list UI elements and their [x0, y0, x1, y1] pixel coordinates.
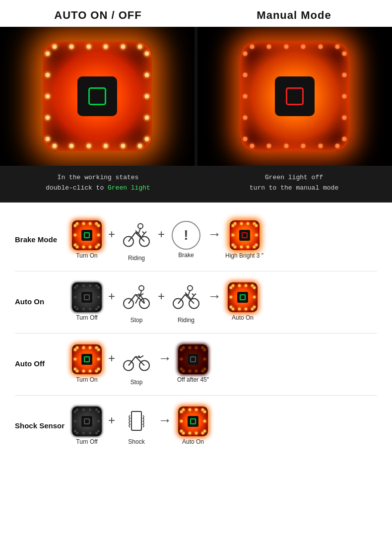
led-dot — [97, 296, 100, 298]
brake-step-result: High Bright 3 ″ — [225, 220, 263, 259]
led-dot — [145, 52, 149, 56]
led-dot — [104, 144, 108, 148]
led-dot — [203, 348, 206, 351]
autoon-turnoff-led — [72, 282, 102, 312]
led-dot — [255, 224, 258, 227]
led-dot — [74, 420, 76, 422]
shock-result-led — [178, 406, 208, 436]
mini-dark-dot — [84, 418, 90, 424]
led-dot — [189, 370, 191, 372]
brake-mode-label: Brake Mode — [15, 235, 69, 244]
svg-line-39 — [192, 294, 194, 296]
led-top-row — [53, 45, 142, 49]
led-dot — [89, 370, 91, 372]
mini-inner-sq — [81, 292, 92, 303]
led-dot — [195, 408, 197, 411]
led-dot — [253, 296, 256, 298]
led-dot — [87, 45, 91, 49]
image-row — [0, 27, 392, 166]
led-right-col — [342, 52, 346, 141]
led-dot — [232, 244, 234, 246]
led-dot — [97, 410, 100, 413]
led-dot — [342, 94, 346, 98]
led-dot — [82, 346, 85, 349]
led-dot — [82, 284, 85, 287]
mini-inner-sq — [81, 416, 92, 427]
led-dot — [232, 224, 234, 227]
plus-icon: + — [108, 227, 115, 241]
svg-line-28 — [188, 291, 190, 296]
led-dot — [138, 45, 142, 49]
divider — [15, 395, 377, 396]
shock-shock-label: Shock — [128, 438, 144, 445]
led-dot — [74, 306, 76, 308]
led-dot — [284, 144, 288, 148]
brake-result-led — [230, 220, 260, 250]
led-dot — [180, 410, 183, 413]
led-top-row — [250, 45, 339, 49]
led-dot — [145, 73, 149, 77]
led-dot — [74, 286, 76, 289]
plus-icon: + — [108, 351, 115, 365]
mini-inner-sq — [81, 230, 92, 241]
led-dot — [74, 244, 76, 246]
mini-green-dot — [84, 356, 90, 362]
mini-inner-sq — [237, 292, 248, 303]
auto-caption-line1: In the working states — [58, 174, 139, 181]
led-dot — [97, 244, 100, 246]
led-dot — [97, 430, 100, 432]
led-dot — [74, 358, 76, 360]
led-dot — [247, 222, 249, 225]
led-dot — [46, 52, 50, 56]
svg-line-46 — [140, 356, 143, 358]
led-dot — [46, 73, 50, 77]
mini-inner-sq — [81, 354, 92, 365]
led-dot — [97, 286, 100, 289]
led-dot — [255, 234, 258, 236]
led-dot — [267, 45, 271, 49]
auto-led-device — [43, 42, 152, 151]
manual-image-box — [197, 27, 392, 166]
mini-inner-sq — [239, 230, 250, 241]
shock-turnoff-led — [72, 406, 102, 436]
svg-line-1 — [138, 229, 140, 234]
led-dot — [335, 144, 339, 148]
manual-led-device — [240, 42, 349, 151]
arrow-icon: → — [158, 350, 172, 366]
led-dot — [82, 246, 85, 248]
stop-bike-icon — [119, 280, 154, 315]
autoon-turnoff-label: Turn Off — [76, 314, 97, 321]
led-dot — [250, 45, 254, 49]
led-dot — [82, 370, 85, 372]
brake-mode-row: Brake Mode — [15, 212, 377, 267]
shock-icon — [122, 406, 151, 436]
auto-on-off-header: AUTO ON / OFF — [0, 9, 196, 22]
shock-sensor-row: Shock Sensor — [15, 399, 377, 453]
led-dot — [138, 144, 142, 148]
riding-icon-2 — [169, 280, 203, 315]
led-dot — [82, 308, 85, 310]
led-dot — [87, 144, 91, 148]
led-dot — [203, 410, 206, 413]
plus-icon: + — [158, 289, 165, 303]
led-dot — [203, 430, 206, 432]
manual-caption-line2: turn to the manual mode — [250, 184, 338, 192]
autooff-stop-label: Stop — [131, 379, 143, 386]
led-dot — [342, 116, 346, 120]
led-dot — [89, 284, 91, 287]
led-dot — [180, 368, 183, 370]
svg-point-21 — [139, 286, 144, 291]
autooff-step-stop: Stop — [119, 342, 154, 386]
led-dot — [89, 346, 91, 349]
led-dot — [247, 246, 249, 248]
led-dot — [230, 306, 232, 308]
red-indicator — [286, 87, 304, 105]
led-left-col — [243, 52, 247, 141]
autoon-step-riding: Riding — [169, 280, 203, 324]
mini-red-dot — [242, 232, 248, 238]
captions-row: In the working states double-click to Gr… — [0, 166, 392, 203]
modes-section: Brake Mode — [0, 203, 392, 467]
led-dot — [342, 137, 346, 141]
led-dot — [89, 246, 91, 248]
led-dot — [82, 222, 85, 225]
